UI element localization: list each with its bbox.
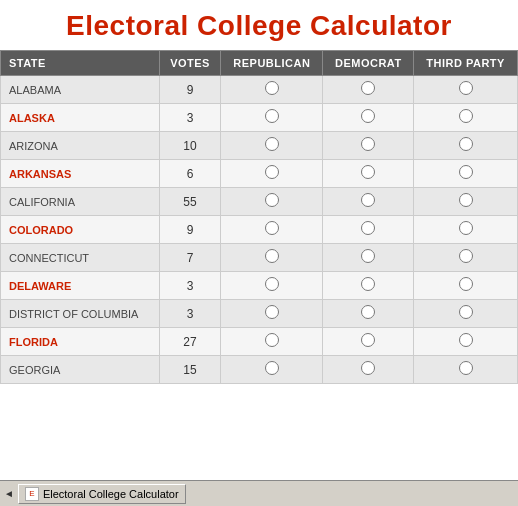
radio-democrat-5[interactable] [361, 221, 375, 235]
radio-cell-thirdparty [414, 356, 518, 384]
radio-cell-thirdparty [414, 244, 518, 272]
radio-democrat-1[interactable] [361, 109, 375, 123]
radio-cell-republican [221, 76, 323, 104]
votes-cell: 3 [159, 300, 221, 328]
state-name: ALASKA [9, 112, 55, 124]
radio-cell-thirdparty [414, 132, 518, 160]
table-row: CALIFORNIA55 [1, 188, 518, 216]
radio-democrat-4[interactable] [361, 193, 375, 207]
votes-cell: 9 [159, 216, 221, 244]
radio-cell-republican [221, 160, 323, 188]
radio-cell-democrat [323, 160, 414, 188]
radio-cell-democrat [323, 244, 414, 272]
state-name: DELAWARE [9, 280, 71, 292]
table-row: ARIZONA10 [1, 132, 518, 160]
radio-republican-0[interactable] [265, 81, 279, 95]
radio-cell-democrat [323, 328, 414, 356]
radio-republican-2[interactable] [265, 137, 279, 151]
radio-republican-10[interactable] [265, 361, 279, 375]
radio-thirdparty-6[interactable] [459, 249, 473, 263]
votes-cell: 9 [159, 76, 221, 104]
table-row: DISTRICT OF COLUMBIA3 [1, 300, 518, 328]
radio-thirdparty-1[interactable] [459, 109, 473, 123]
radio-republican-5[interactable] [265, 221, 279, 235]
radio-republican-4[interactable] [265, 193, 279, 207]
table-row: GEORGIA15 [1, 356, 518, 384]
electoral-table: STATE VOTES REPUBLICAN DEMOCRAT THIRD PA… [0, 50, 518, 384]
votes-cell: 55 [159, 188, 221, 216]
votes-cell: 15 [159, 356, 221, 384]
table-row: FLORIDA27 [1, 328, 518, 356]
radio-democrat-10[interactable] [361, 361, 375, 375]
state-name: GEORGIA [9, 364, 60, 376]
votes-cell: 6 [159, 160, 221, 188]
radio-cell-thirdparty [414, 160, 518, 188]
state-name: CONNECTICUT [9, 252, 89, 264]
taskbar-icon: E [25, 487, 39, 501]
radio-thirdparty-10[interactable] [459, 361, 473, 375]
votes-cell: 27 [159, 328, 221, 356]
col-header-republican: REPUBLICAN [221, 51, 323, 76]
radio-thirdparty-9[interactable] [459, 333, 473, 347]
radio-thirdparty-5[interactable] [459, 221, 473, 235]
table-row: DELAWARE3 [1, 272, 518, 300]
radio-cell-thirdparty [414, 188, 518, 216]
radio-cell-thirdparty [414, 300, 518, 328]
radio-cell-democrat [323, 132, 414, 160]
radio-thirdparty-2[interactable] [459, 137, 473, 151]
state-name: CALIFORNIA [9, 196, 75, 208]
radio-democrat-0[interactable] [361, 81, 375, 95]
radio-cell-thirdparty [414, 328, 518, 356]
taskbar-button[interactable]: E Electoral College Calculator [18, 484, 186, 504]
votes-cell: 7 [159, 244, 221, 272]
state-name: COLORADO [9, 224, 73, 236]
table-container: STATE VOTES REPUBLICAN DEMOCRAT THIRD PA… [0, 50, 518, 490]
radio-thirdparty-4[interactable] [459, 193, 473, 207]
state-name: ARIZONA [9, 140, 58, 152]
radio-democrat-2[interactable] [361, 137, 375, 151]
state-name: DISTRICT OF COLUMBIA [9, 308, 138, 320]
radio-cell-republican [221, 356, 323, 384]
state-name: FLORIDA [9, 336, 58, 348]
col-header-thirdparty: THIRD PARTY [414, 51, 518, 76]
radio-republican-8[interactable] [265, 305, 279, 319]
radio-democrat-6[interactable] [361, 249, 375, 263]
table-row: COLORADO9 [1, 216, 518, 244]
radio-cell-thirdparty [414, 216, 518, 244]
radio-republican-1[interactable] [265, 109, 279, 123]
votes-cell: 3 [159, 104, 221, 132]
radio-cell-democrat [323, 104, 414, 132]
radio-republican-9[interactable] [265, 333, 279, 347]
radio-democrat-8[interactable] [361, 305, 375, 319]
state-name: ARKANSAS [9, 168, 71, 180]
col-header-votes: VOTES [159, 51, 221, 76]
radio-cell-republican [221, 188, 323, 216]
radio-cell-republican [221, 244, 323, 272]
radio-thirdparty-0[interactable] [459, 81, 473, 95]
radio-cell-democrat [323, 76, 414, 104]
radio-cell-democrat [323, 188, 414, 216]
app-title: Electoral College Calculator [0, 0, 518, 50]
radio-republican-3[interactable] [265, 165, 279, 179]
votes-cell: 10 [159, 132, 221, 160]
taskbar: ◄ E Electoral College Calculator [0, 480, 518, 506]
radio-thirdparty-3[interactable] [459, 165, 473, 179]
radio-republican-6[interactable] [265, 249, 279, 263]
radio-cell-republican [221, 300, 323, 328]
taskbar-arrow-left[interactable]: ◄ [4, 488, 14, 499]
radio-thirdparty-7[interactable] [459, 277, 473, 291]
radio-cell-republican [221, 328, 323, 356]
taskbar-label: Electoral College Calculator [43, 488, 179, 500]
radio-democrat-3[interactable] [361, 165, 375, 179]
radio-cell-thirdparty [414, 104, 518, 132]
col-header-state: STATE [1, 51, 160, 76]
radio-democrat-9[interactable] [361, 333, 375, 347]
radio-thirdparty-8[interactable] [459, 305, 473, 319]
radio-cell-democrat [323, 272, 414, 300]
radio-cell-democrat [323, 216, 414, 244]
radio-democrat-7[interactable] [361, 277, 375, 291]
state-name: ALABAMA [9, 84, 61, 96]
radio-republican-7[interactable] [265, 277, 279, 291]
radio-cell-republican [221, 272, 323, 300]
radio-cell-republican [221, 104, 323, 132]
